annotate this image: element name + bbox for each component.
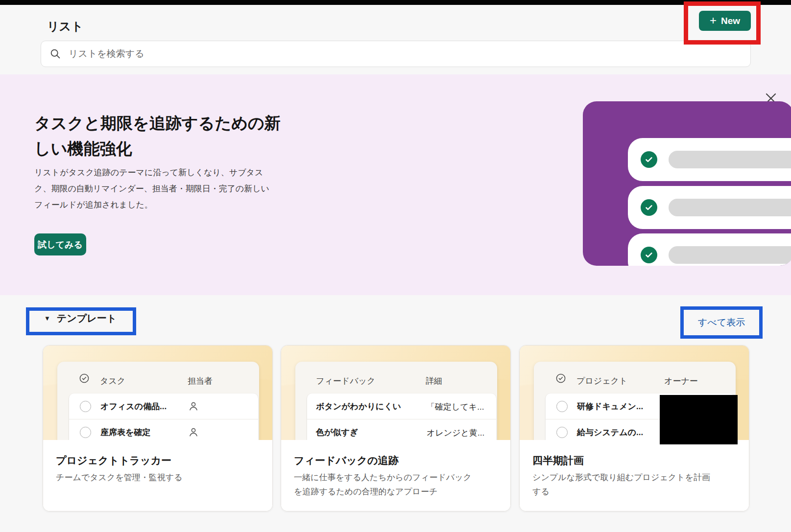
top-black-bar [0, 0, 791, 5]
banner-description-line: ク、期限の自動リマインダー、担当者・期限日・完了の新しい [34, 181, 348, 197]
mini-row-task: ボタンがわかりにくい [316, 401, 401, 412]
placeholder-text-bar [669, 151, 791, 168]
templates-section-toggle[interactable]: ▼ テンプレート [44, 312, 117, 325]
task-list-illustration [583, 101, 791, 266]
mini-row-task: 給与システムの... [577, 427, 643, 438]
person-icon [188, 400, 199, 412]
mini-table-row: ボタンがわかりにくい 「確定してキ... [307, 393, 496, 419]
templates-section-label: テンプレート [57, 312, 117, 325]
row-select-circle [80, 427, 91, 438]
template-card-info: フィードバックの追跡 一緒に仕事をする人たちからのフィードバックを追跡するための… [281, 440, 510, 511]
mini-table-rows: ボタンがわかりにくい 「確定してキ... 色が似すぎ オレンジと黄... [307, 393, 496, 440]
new-button-label: New [721, 16, 740, 26]
mini-column-header: フィードバック [316, 375, 375, 387]
plus-icon: + [710, 15, 717, 26]
mini-column-header: タスク [100, 375, 125, 387]
template-card-description: シンプルな形式で取り組むプロジェクトを計画する [532, 470, 713, 499]
mini-column-header: 担当者 [188, 375, 213, 387]
row-select-circle [556, 401, 568, 412]
template-card-description: チームでタスクを管理・監視する [56, 470, 262, 485]
banner-description-line: フィールドが追加されました。 [34, 197, 348, 213]
mini-row-detail: 「確定してキ... [427, 401, 484, 413]
template-card-quarterly-planning[interactable]: プロジェクト オーナー 研修ドキュメン... 給与システムの... 四半期計画 [519, 345, 749, 511]
mini-row-detail: オレンジと黄... [427, 427, 484, 439]
row-select-circle [80, 401, 91, 412]
chevron-down-icon: ▼ [44, 315, 50, 322]
try-it-button[interactable]: 試してみる [34, 233, 86, 255]
placeholder-text-bar [669, 246, 791, 264]
mini-column-header: オーナー [664, 375, 698, 387]
mini-table-panel: フィードバック 詳細 ボタンがわかりにくい 「確定してキ... 色が似すぎ オレ… [295, 362, 497, 440]
mini-table-rows: オフィスの備品... 座席表を確定 [69, 393, 258, 440]
show-all-link[interactable]: すべて表示 [684, 310, 759, 335]
search-icon [50, 48, 61, 59]
illustration-task-row [628, 186, 791, 229]
illustration-task-row [628, 138, 791, 181]
mini-row-task: 座席表を確定 [100, 427, 150, 438]
mini-row-task: 色が似すぎ [316, 427, 358, 438]
redaction-box [660, 395, 738, 444]
person-icon [188, 426, 199, 438]
banner-heading-line: しい機能強化 [34, 136, 291, 162]
template-preview: フィードバック 詳細 ボタンがわかりにくい 「確定してキ... 色が似すぎ オレ… [281, 346, 510, 440]
template-card-title: 四半期計画 [532, 454, 584, 467]
mini-table-panel: タスク 担当者 オフィスの備品... 座席表を確定 [57, 362, 259, 440]
page-title: リスト [47, 20, 83, 33]
template-card-title: プロジェクトトラッカー [56, 454, 171, 467]
promo-banner: タスクと期限を追跡するための新 しい機能強化 リストがタスク追跡のテーマに沿って… [0, 74, 791, 295]
lists-app: リスト + New タスクと期限を追跡するための新 しい機能強化 リストがタスク… [0, 0, 791, 532]
mini-row-task: 研修ドキュメン... [577, 401, 643, 412]
template-preview: タスク 担当者 オフィスの備品... 座席表を確定 [43, 346, 272, 440]
mini-table-row: 座席表を確定 [69, 419, 258, 440]
template-card-description: 一緒に仕事をする人たちからのフィードバックを追跡するための合理的なアプローチ [294, 470, 474, 499]
banner-heading-line: タスクと期限を追跡するための新 [34, 111, 291, 136]
template-card-info: 四半期計画 シンプルな形式で取り組むプロジェクトを計画する [520, 440, 749, 511]
template-card-title: フィードバックの追跡 [294, 454, 398, 467]
mini-table-row: 色が似すぎ オレンジと黄... [307, 419, 496, 440]
row-select-circle [556, 427, 568, 438]
select-all-icon [555, 373, 566, 384]
mini-column-header: 詳細 [426, 375, 442, 387]
search-input[interactable] [68, 41, 750, 67]
mini-row-task: オフィスの備品... [100, 401, 167, 412]
mini-column-header: プロジェクト [576, 375, 627, 387]
check-circle-icon [641, 151, 657, 168]
banner-heading: タスクと期限を追跡するための新 しい機能強化 [34, 111, 291, 162]
illustration-task-row [628, 233, 791, 266]
search-box[interactable] [41, 41, 751, 67]
select-all-icon [79, 373, 90, 384]
new-list-button[interactable]: + New [699, 11, 751, 31]
template-card-feedback-tracking[interactable]: フィードバック 詳細 ボタンがわかりにくい 「確定してキ... 色が似すぎ オレ… [281, 345, 511, 511]
check-circle-icon [641, 199, 657, 216]
template-card-info: プロジェクトトラッカー チームでタスクを管理・監視する [43, 440, 272, 511]
placeholder-text-bar [669, 199, 791, 216]
template-card-project-tracker[interactable]: タスク 担当者 オフィスの備品... 座席表を確定 [43, 345, 273, 511]
banner-description-line: リストがタスク追跡のテーマに沿って新しくなり、サブタス [34, 164, 348, 181]
mini-table-row: オフィスの備品... [69, 393, 258, 419]
check-circle-icon [641, 247, 657, 263]
banner-description: リストがタスク追跡のテーマに沿って新しくなり、サブタス ク、期限の自動リマインダ… [34, 164, 348, 213]
